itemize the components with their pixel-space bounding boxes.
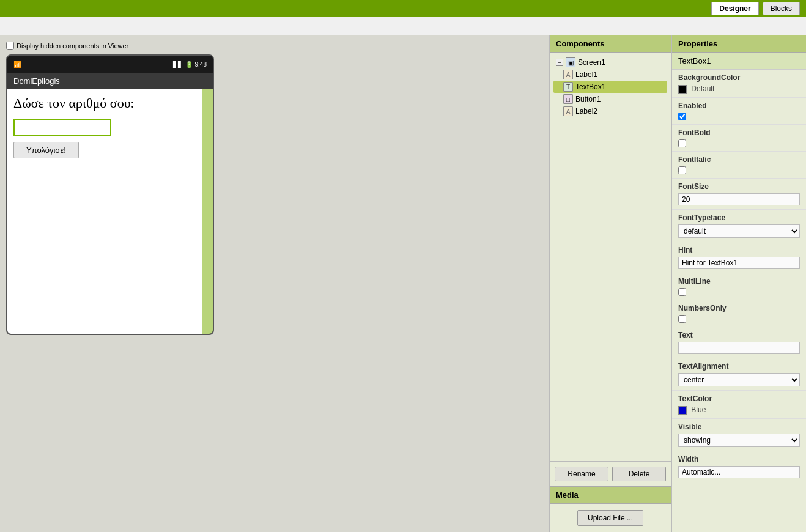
prop-fontsize: FontSize xyxy=(672,179,806,210)
phone-right-strip xyxy=(202,89,213,334)
phone-textbox1[interactable] xyxy=(13,119,111,136)
phone-button1[interactable]: Υπολόγισε! xyxy=(13,142,79,158)
prop-label-numbersonly: NumbersOnly xyxy=(678,304,800,312)
prop-label-fontitalic: FontItalic xyxy=(678,155,800,164)
display-hidden-text: Display hidden components in Viewer xyxy=(17,42,128,50)
prop-label-fontbold: FontBold xyxy=(678,128,800,137)
prop-label-fonttypeface: FontTypeface xyxy=(678,213,800,222)
phone-battery-icon: 🔋 xyxy=(185,61,193,68)
prop-enabled: Enabled xyxy=(672,98,806,125)
phone-app-title: DomiEpilogis xyxy=(13,76,60,86)
prop-fonttypeface: FontTypeface default serif sans-serif mo… xyxy=(672,210,806,242)
fontsize-input[interactable] xyxy=(678,193,800,205)
prop-value-enabled xyxy=(678,113,800,120)
textcolor-swatch xyxy=(678,406,687,415)
media-content: Upload File ... xyxy=(550,504,671,532)
phone-signal-icon: ▋▋ xyxy=(173,61,183,68)
viewer-panel: Display hidden components in Viewer 📶 ▋▋… xyxy=(0,35,549,532)
upload-file-button[interactable]: Upload File ... xyxy=(577,510,643,526)
prop-value-textcolor: Blue xyxy=(678,405,800,415)
phone-status-icons: ▋▋ 🔋 9:48 xyxy=(173,61,207,68)
components-panel: Components – ▣ Screen1 A Label1 T TextBo… xyxy=(549,35,671,532)
prop-label-multiline: MultiLine xyxy=(678,277,800,286)
prop-fontitalic: FontItalic xyxy=(672,152,806,179)
fonttypeface-select[interactable]: default serif sans-serif monospace xyxy=(678,224,800,238)
phone-titlebar: DomiEpilogis xyxy=(7,73,213,89)
main-area: Display hidden components in Viewer 📶 ▋▋… xyxy=(0,35,806,532)
phone-time: 9:48 xyxy=(195,61,207,68)
phone-wifi-icon: 📶 xyxy=(13,61,22,68)
phone-mockup: 📶 ▋▋ 🔋 9:48 DomiEpilogis Δώσε τον αριθμό… xyxy=(6,54,214,335)
tree-item-label2[interactable]: A Label2 xyxy=(553,105,667,117)
width-input[interactable] xyxy=(678,466,800,478)
button1-label: Button1 xyxy=(575,95,601,103)
blocks-button[interactable]: Blocks xyxy=(763,2,800,15)
prop-label-backgroundcolor: BackgroundColor xyxy=(678,73,800,82)
component-tree: – ▣ Screen1 A Label1 T TextBox1 □ Button… xyxy=(550,53,671,461)
prop-label-text: Text xyxy=(678,331,800,339)
prop-value-numbersonly xyxy=(678,315,800,323)
label-icon-2: A xyxy=(563,106,573,116)
phone-screen: Δώσε τον αριθμό σου: Υπολόγισε! xyxy=(7,89,202,334)
display-hidden-checkbox[interactable] xyxy=(6,42,14,50)
prop-hint: Hint xyxy=(672,242,806,273)
prop-visible: Visible showing hidden xyxy=(672,419,806,451)
textcolor-text: Blue xyxy=(691,405,706,414)
prop-value-fontitalic xyxy=(678,166,800,174)
prop-label-textalignment: TextAlignment xyxy=(678,362,800,371)
backgroundcolor-swatch xyxy=(678,85,687,94)
delete-button[interactable]: Delete xyxy=(612,467,666,481)
prop-label-visible: Visible xyxy=(678,423,800,431)
prop-label-fontsize: FontSize xyxy=(678,182,800,191)
multiline-checkbox[interactable] xyxy=(678,288,686,296)
top-toolbar: Designer Blocks xyxy=(0,0,806,17)
phone-content-area: Δώσε τον αριθμό σου: Υπολόγισε! xyxy=(7,89,213,334)
prop-label-hint: Hint xyxy=(678,246,800,254)
label-icon-1: A xyxy=(563,70,573,79)
prop-label-enabled: Enabled xyxy=(678,102,800,110)
media-header: Media xyxy=(550,486,671,504)
phone-label1: Δώσε τον αριθμό σου: xyxy=(13,95,196,111)
label1-label: Label1 xyxy=(575,70,597,79)
prop-textalignment: TextAlignment left center right xyxy=(672,358,806,391)
numbersonly-checkbox[interactable] xyxy=(678,315,686,323)
designer-button[interactable]: Designer xyxy=(711,2,758,15)
enabled-checkbox[interactable] xyxy=(678,113,686,120)
textbox1-label: TextBox1 xyxy=(575,83,605,91)
prop-fontbold: FontBold xyxy=(672,125,806,152)
properties-panel: Properties TextBox1 BackgroundColor Defa… xyxy=(671,35,806,532)
textalignment-select[interactable]: left center right xyxy=(678,373,800,386)
properties-component-name: TextBox1 xyxy=(672,53,806,70)
prop-width: Width xyxy=(672,451,806,482)
text-input[interactable] xyxy=(678,342,800,354)
components-header: Components xyxy=(550,35,671,53)
tree-item-label1[interactable]: A Label1 xyxy=(553,68,667,81)
properties-header: Properties xyxy=(672,35,806,53)
display-hidden-label: Display hidden components in Viewer xyxy=(6,42,543,50)
rename-button[interactable]: Rename xyxy=(555,467,608,481)
phone-statusbar: 📶 ▋▋ 🔋 9:48 xyxy=(7,56,213,73)
tree-item-screen1[interactable]: – ▣ Screen1 xyxy=(553,56,667,68)
tree-item-button1[interactable]: □ Button1 xyxy=(553,93,667,105)
prop-label-width: Width xyxy=(678,455,800,464)
prop-text: Text xyxy=(672,327,806,358)
component-panel-buttons: Rename Delete xyxy=(550,461,671,486)
prop-multiline: MultiLine xyxy=(672,273,806,300)
prop-numbersonly: NumbersOnly xyxy=(672,300,806,327)
hint-input[interactable] xyxy=(678,257,800,269)
prop-value-backgroundcolor: Default xyxy=(678,84,800,94)
prop-label-textcolor: TextColor xyxy=(678,394,800,403)
visible-select[interactable]: showing hidden xyxy=(678,434,800,447)
backgroundcolor-text: Default xyxy=(691,84,714,93)
screen1-label: Screen1 xyxy=(578,58,605,67)
textbox-icon: T xyxy=(563,82,573,92)
collapse-screen1[interactable]: – xyxy=(556,59,563,66)
fontitalic-checkbox[interactable] xyxy=(678,166,686,174)
prop-value-fontbold xyxy=(678,139,800,147)
tree-item-textbox1[interactable]: T TextBox1 xyxy=(553,81,667,93)
screen-icon: ▣ xyxy=(566,57,575,67)
label2-label: Label2 xyxy=(575,107,597,116)
secondary-toolbar xyxy=(0,17,806,35)
fontbold-checkbox[interactable] xyxy=(678,139,686,147)
prop-backgroundcolor: BackgroundColor Default xyxy=(672,70,806,98)
